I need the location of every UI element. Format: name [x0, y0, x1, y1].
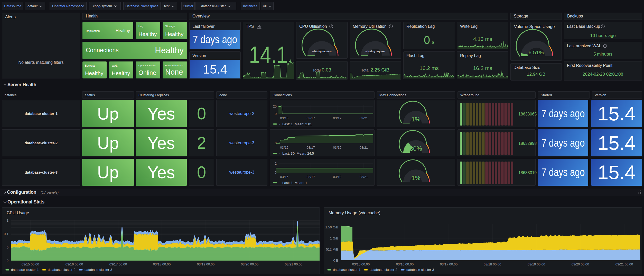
svg-text:18632998: 18632998 — [518, 141, 537, 146]
svg-text:03/21: 03/21 — [360, 175, 368, 179]
svg-text:0: 0 — [7, 245, 8, 249]
svg-text:03/19: 03/19 — [333, 175, 342, 179]
svg-text:03/15: 03/15 — [280, 175, 288, 179]
svg-text:03/17: 03/17 — [307, 116, 315, 120]
svg-text:03/17: 03/17 — [307, 175, 315, 179]
svg-text:03/21 00:00: 03/21 00:00 — [285, 262, 303, 266]
svg-text:database-cluster-1: database-cluster-1 — [333, 268, 361, 272]
svg-text:0: 0 — [275, 112, 277, 116]
svg-text:03/16 00:00: 03/16 00:00 — [66, 262, 83, 266]
svg-text:512 MiB: 512 MiB — [326, 247, 338, 251]
svg-text:0: 0 — [275, 141, 277, 145]
svg-text:03/18 00:00: 03/18 00:00 — [153, 262, 171, 266]
svg-text:18633019: 18633019 — [518, 171, 537, 175]
svg-text:-: - — [279, 122, 281, 126]
svg-text:0 B: 0 B — [333, 259, 338, 262]
svg-text:database-cluster-3: database-cluster-3 — [85, 268, 112, 272]
svg-text:03/15 00:00: 03/15 00:00 — [352, 262, 370, 266]
svg-text:03/19: 03/19 — [333, 146, 342, 149]
svg-text:1: 1 — [7, 219, 8, 222]
svg-text:03/20 00:00: 03/20 00:00 — [572, 262, 589, 266]
svg-text:03/15: 03/15 — [280, 116, 288, 120]
svg-text:1 GiB: 1 GiB — [330, 236, 338, 240]
svg-text:Last: 1 Mean: 1: Last: 1 Mean: 1 — [282, 181, 307, 185]
svg-text:03/20 00:00: 03/20 00:00 — [241, 262, 259, 266]
svg-text:03/19: 03/19 — [333, 116, 342, 120]
svg-text:0: 0 — [275, 171, 277, 174]
svg-text:03/15 00:00: 03/15 00:00 — [22, 262, 39, 266]
svg-text:03/15: 03/15 — [280, 146, 288, 149]
svg-text:Last: 30 Mean: 24.5: Last: 30 Mean: 24.5 — [282, 152, 314, 155]
svg-text:0.1: 0.1 — [4, 232, 8, 236]
svg-text:Last: 1 Mean: 2.01: Last: 1 Mean: 2.01 — [282, 122, 312, 126]
svg-text:03/17 00:00: 03/17 00:00 — [440, 262, 458, 266]
svg-text:-: - — [279, 152, 281, 155]
svg-text:03/21 00:00: 03/21 00:00 — [615, 262, 633, 266]
svg-text:03/19 00:00: 03/19 00:00 — [197, 262, 215, 266]
svg-text:0: 0 — [7, 259, 8, 263]
svg-text:03/17: 03/17 — [307, 146, 315, 149]
svg-text:18633065: 18633065 — [518, 112, 537, 116]
svg-text:03/16 00:00: 03/16 00:00 — [396, 262, 414, 266]
svg-text:database-cluster-1: database-cluster-1 — [11, 268, 39, 272]
svg-text:03/19 00:00: 03/19 00:00 — [528, 262, 545, 266]
svg-text:database-cluster-3: database-cluster-3 — [406, 268, 434, 272]
svg-text:03/21: 03/21 — [360, 116, 368, 120]
svg-text:03/18 00:00: 03/18 00:00 — [484, 262, 501, 266]
svg-text:database-cluster-2: database-cluster-2 — [370, 268, 397, 272]
svg-text:2: 2 — [275, 162, 277, 165]
svg-text:-: - — [279, 181, 281, 185]
svg-text:1.50 GiB: 1.50 GiB — [325, 225, 338, 229]
svg-text:03/21: 03/21 — [360, 146, 368, 149]
svg-text:25: 25 — [273, 104, 277, 108]
svg-text:database-cluster-2: database-cluster-2 — [48, 268, 76, 272]
svg-text:03/17 00:00: 03/17 00:00 — [109, 262, 127, 266]
